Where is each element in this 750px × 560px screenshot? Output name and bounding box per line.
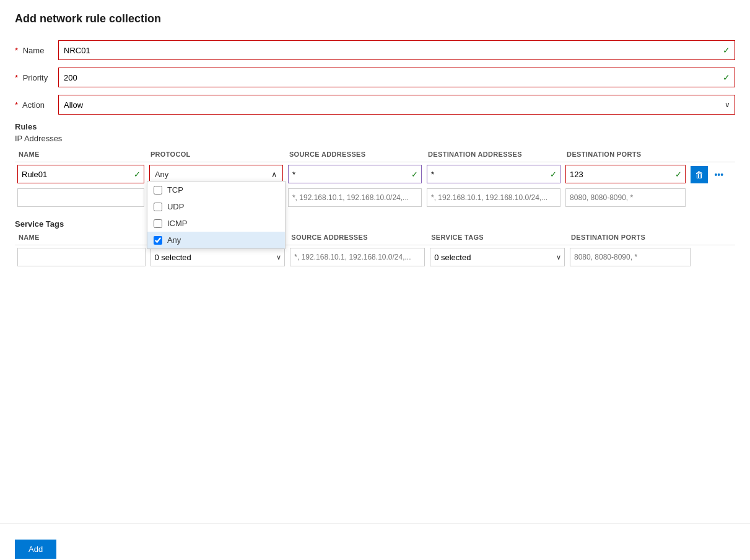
- protocol-checkbox-tcp[interactable]: [154, 186, 162, 195]
- priority-label: * Priority: [15, 73, 58, 82]
- st-name-cell: [15, 245, 148, 269]
- more-options-button[interactable]: •••: [710, 166, 728, 183]
- protocol-option-udp[interactable]: UDP: [147, 198, 285, 215]
- col-header-ports: DESTINATION PORTS: [563, 148, 688, 162]
- st-tags-select[interactable]: 0 selected: [430, 248, 565, 266]
- st-protocol-wrapper: 0 selected ∨: [150, 248, 286, 266]
- dest-ports-input[interactable]: [565, 165, 686, 183]
- action-row: * Action Allow Deny ∨: [15, 95, 735, 115]
- name-check-icon: ✓: [723, 45, 730, 55]
- action-label: * Action: [15, 100, 58, 110]
- empty-actions-cell: [688, 186, 735, 209]
- dest-ports-cell: ✓: [563, 162, 688, 186]
- protocol-label-udp: UDP: [167, 202, 184, 211]
- rule-name-input[interactable]: [17, 165, 144, 183]
- required-star: *: [15, 46, 18, 55]
- dest-addr-cell: ✓: [424, 162, 563, 186]
- name-input-wrapper: ✓: [58, 40, 735, 60]
- ip-addresses-label: IP Addresses: [15, 134, 735, 143]
- service-tags-row-1: 0 selected ∨ 0 selected ∨: [15, 245, 735, 269]
- dest-addr-input[interactable]: [427, 165, 560, 183]
- source-addr-cell: ✓: [286, 162, 424, 186]
- delete-rule-button[interactable]: 🗑: [691, 166, 708, 183]
- empty-ports-cell: [563, 186, 688, 209]
- rule-name-cell: ✓: [15, 162, 147, 186]
- st-src-cell: [287, 245, 427, 269]
- empty-dst-cell: [424, 186, 563, 209]
- protocol-selected-value: Any: [155, 170, 168, 179]
- protocol-option-any[interactable]: Any: [147, 232, 285, 248]
- st-col-header-tags: SERVICE TAGS: [427, 231, 567, 245]
- protocol-chevron-up-icon: ∧: [271, 170, 277, 179]
- source-addr-check-icon: ✓: [411, 170, 418, 179]
- protocol-option-tcp[interactable]: TCP: [147, 182, 285, 198]
- service-tags-label: Service Tags: [15, 219, 735, 229]
- action-icons-group: 🗑 •••: [691, 165, 733, 183]
- action-select[interactable]: Allow Deny: [58, 95, 735, 115]
- st-name-input[interactable]: [17, 248, 146, 266]
- st-col-header-actions: [693, 231, 735, 245]
- rule-name-check-icon: ✓: [134, 170, 141, 179]
- col-header-source: SOURCE ADDRESSES: [286, 148, 424, 162]
- ip-rule-row-2: [15, 186, 735, 209]
- action-select-wrapper: Allow Deny ∨: [58, 95, 735, 115]
- service-tags-table: NAME PROTOCOL SOURCE ADDRESSES SERVICE T…: [15, 231, 735, 269]
- col-header-destination: DESTINATION ADDRESSES: [424, 148, 563, 162]
- st-ports-input[interactable]: [570, 248, 691, 266]
- protocol-label-any: Any: [167, 235, 181, 245]
- action-required-star: *: [15, 100, 18, 110]
- rules-section-label: Rules: [15, 122, 735, 131]
- empty-src-input[interactable]: [288, 188, 422, 207]
- dest-ports-input-wrapper: ✓: [565, 165, 686, 183]
- source-addr-input-wrapper: ✓: [288, 165, 422, 183]
- col-header-name: NAME: [15, 148, 147, 162]
- st-protocol-select[interactable]: 0 selected: [150, 248, 286, 266]
- st-col-header-source: SOURCE ADDRESSES: [287, 231, 427, 245]
- empty-name-input[interactable]: [17, 188, 144, 207]
- protocol-label-tcp: TCP: [167, 185, 183, 195]
- priority-required-star: *: [15, 73, 18, 82]
- name-row: * Name ✓: [15, 40, 735, 60]
- col-header-protocol: PROTOCOL: [147, 148, 286, 162]
- dest-addr-input-wrapper: ✓: [427, 165, 560, 183]
- dest-ports-check-icon: ✓: [675, 170, 682, 179]
- source-addr-input[interactable]: [288, 165, 422, 183]
- priority-input[interactable]: [58, 68, 735, 87]
- ip-rules-table: NAME PROTOCOL SOURCE ADDRESSES DESTINATI…: [15, 148, 735, 209]
- st-tags-cell: 0 selected ∨: [427, 245, 567, 269]
- protocol-checkbox-icmp[interactable]: [154, 219, 162, 228]
- empty-name-cell: [15, 186, 147, 209]
- st-actions-cell: [693, 245, 735, 269]
- rule-name-input-wrapper: ✓: [17, 165, 144, 183]
- priority-row: * Priority ✓: [15, 68, 735, 87]
- protocol-dropdown: TCP UDP ICMP Any: [147, 181, 286, 249]
- empty-ports-input[interactable]: [565, 188, 686, 207]
- st-src-input[interactable]: [290, 248, 425, 266]
- st-ports-cell: [567, 245, 693, 269]
- page-container: Add network rule collection * Name ✓ * P…: [0, 0, 750, 560]
- protocol-checkbox-any[interactable]: [154, 236, 162, 245]
- row-actions-cell: 🗑 •••: [688, 162, 735, 186]
- empty-dst-input[interactable]: [427, 188, 560, 207]
- empty-src-cell: [286, 186, 424, 209]
- service-tags-header-row: NAME PROTOCOL SOURCE ADDRESSES SERVICE T…: [15, 231, 735, 245]
- protocol-option-icmp[interactable]: ICMP: [147, 215, 285, 232]
- st-col-header-name: NAME: [15, 231, 148, 245]
- ip-table-header-row: NAME PROTOCOL SOURCE ADDRESSES DESTINATI…: [15, 148, 735, 162]
- protocol-cell: Any ∧ TCP UDP: [147, 162, 286, 186]
- st-col-header-ports: DESTINATION PORTS: [567, 231, 693, 245]
- st-tags-wrapper: 0 selected ∨: [430, 248, 565, 266]
- page-title: Add network rule collection: [15, 12, 735, 25]
- name-input[interactable]: [58, 40, 735, 60]
- name-label: * Name: [15, 46, 58, 55]
- protocol-label-icmp: ICMP: [167, 219, 188, 228]
- protocol-checkbox-udp[interactable]: [154, 203, 162, 211]
- col-header-actions: [688, 148, 735, 162]
- priority-check-icon: ✓: [723, 72, 730, 82]
- priority-input-wrapper: ✓: [58, 68, 735, 87]
- bottom-bar: Add: [0, 523, 750, 560]
- dest-addr-check-icon: ✓: [550, 170, 557, 179]
- ip-rule-row-1: ✓ Any ∧ TCP: [15, 162, 735, 186]
- add-button[interactable]: Add: [15, 540, 56, 559]
